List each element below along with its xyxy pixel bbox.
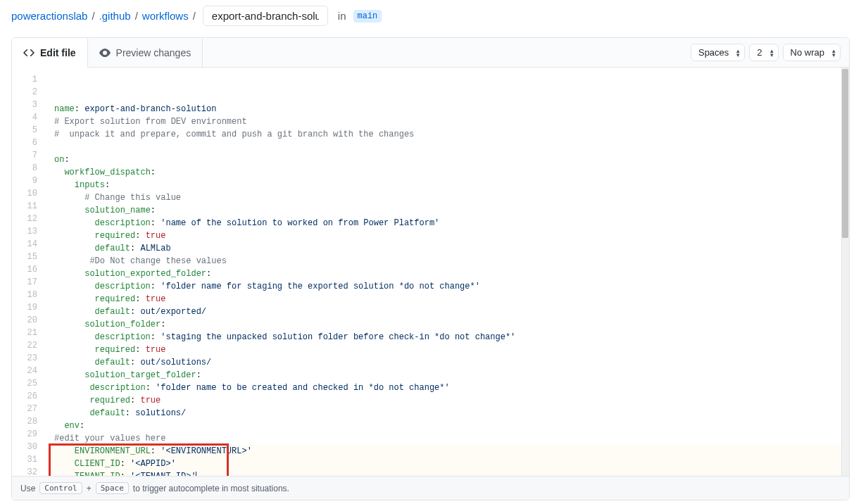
indent-mode-select[interactable]: Spaces ▴▾	[691, 44, 745, 61]
line-number: 17	[12, 276, 46, 289]
code-line[interactable]: description: 'staging the unpacked solut…	[46, 331, 849, 344]
line-numbers-gutter: 1234567891011121314151617181920212223242…	[12, 68, 46, 476]
breadcrumb-sep: /	[193, 10, 196, 22]
line-number: 27	[12, 403, 46, 415]
code-line[interactable]: env:	[46, 420, 849, 432]
in-label: in	[338, 10, 346, 22]
tab-preview-changes[interactable]: Preview changes	[88, 39, 203, 67]
line-number: 7	[12, 149, 46, 162]
breadcrumb-sep: /	[135, 10, 138, 22]
branch-badge: main	[353, 10, 382, 23]
line-number: 8	[12, 162, 46, 175]
code-line[interactable]: workflow_dispatch:	[46, 166, 849, 179]
line-number: 11	[12, 200, 46, 213]
toolbar-right: Spaces ▴▾ 2 ▴▾ No wrap ▴▾	[682, 38, 849, 67]
line-number: 24	[12, 365, 46, 377]
code-line[interactable]: CLIENT_ID: '<APPID>'	[46, 458, 849, 470]
footer-rest: to trigger autocomplete in most situatio…	[133, 484, 289, 493]
line-number: 3	[12, 99, 46, 111]
line-number: 9	[12, 175, 46, 187]
code-line[interactable]: default: ALMLab	[46, 242, 849, 255]
line-number: 22	[12, 339, 46, 352]
line-number: 19	[12, 301, 46, 314]
line-number: 5	[12, 124, 46, 137]
chevron-up-down-icon: ▴▾	[770, 49, 774, 57]
code-editor[interactable]: name: export-and-branch-solution# Export…	[46, 68, 849, 476]
line-number: 23	[12, 352, 46, 365]
line-number: 1	[12, 73, 46, 86]
code-line[interactable]: required: true	[46, 394, 849, 407]
line-number: 21	[12, 327, 46, 339]
line-number: 30	[12, 441, 46, 453]
code-line[interactable]: inputs:	[46, 179, 849, 191]
line-number: 16	[12, 263, 46, 276]
code-line[interactable]: required: true	[46, 344, 849, 356]
tab-edit-file-label: Edit file	[40, 47, 76, 58]
code-line[interactable]: ENVIRONMENT_URL: '<ENVIRONMENTURL>'	[46, 445, 849, 458]
scrollbar-vertical[interactable]	[841, 68, 849, 476]
eye-icon	[99, 47, 111, 58]
code-line[interactable]: default: out/solutions/	[46, 356, 849, 369]
code-line[interactable]: solution_name:	[46, 204, 849, 217]
code-line[interactable]: on:	[46, 153, 849, 166]
code-line[interactable]: # Change this value	[46, 191, 849, 204]
line-number: 26	[12, 390, 46, 403]
code-line[interactable]: #Do Not change these values	[46, 255, 849, 267]
editor-body: 1234567891011121314151617181920212223242…	[12, 68, 849, 476]
chevron-up-down-icon: ▴▾	[832, 49, 836, 57]
code-line[interactable]: description: 'name of the solution to wo…	[46, 217, 849, 229]
editor-card: Edit file Preview changes Spaces ▴▾ 2 ▴▾…	[11, 37, 850, 500]
code-line[interactable]: default: out/exported/	[46, 305, 849, 318]
line-number: 25	[12, 377, 46, 390]
indent-size-value: 2	[757, 47, 762, 58]
code-line[interactable]: required: true	[46, 293, 849, 305]
code-line[interactable]: #edit your values here	[46, 432, 849, 445]
indent-mode-value: Spaces	[698, 47, 729, 58]
code-line[interactable]: solution_folder:	[46, 318, 849, 331]
code-line[interactable]: default: solutions/	[46, 407, 849, 420]
tab-edit-file[interactable]: Edit file	[12, 39, 88, 68]
line-number: 6	[12, 137, 46, 149]
code-line[interactable]: # Export solution from DEV environment	[46, 115, 849, 128]
line-number: 12	[12, 213, 46, 225]
line-number: 20	[12, 314, 46, 327]
code-line[interactable]	[46, 141, 849, 153]
footer-use: Use	[20, 484, 35, 493]
indent-size-select[interactable]: 2 ▴▾	[749, 44, 778, 61]
code-line[interactable]: solution_exported_folder:	[46, 267, 849, 280]
line-number: 13	[12, 225, 46, 238]
code-line[interactable]: TENANT_ID: '<TENANT ID>'	[46, 470, 849, 476]
code-line[interactable]: description: 'folder name for staging th…	[46, 280, 849, 293]
kbd-space: Space	[96, 482, 129, 494]
filename-input[interactable]	[203, 6, 328, 26]
breadcrumb-path2-link[interactable]: workflows	[142, 10, 189, 22]
line-number: 29	[12, 428, 46, 441]
code-line[interactable]: solution_target_folder:	[46, 369, 849, 382]
code-line[interactable]: description: 'folder name to be created …	[46, 382, 849, 394]
line-number: 10	[12, 187, 46, 200]
kbd-control: Control	[39, 482, 82, 494]
code-line[interactable]: name: export-and-branch-solution	[46, 103, 849, 115]
line-number: 18	[12, 289, 46, 301]
chevron-up-down-icon: ▴▾	[736, 49, 740, 57]
footer-plus: +	[87, 484, 92, 493]
breadcrumb-path1-link[interactable]: .github	[99, 10, 131, 22]
breadcrumb-repo-link[interactable]: poweractionslab	[11, 10, 87, 22]
wrap-mode-select[interactable]: No wrap ▴▾	[783, 44, 841, 61]
scrollbar-thumb[interactable]	[842, 69, 848, 238]
line-number: 32	[12, 466, 46, 479]
tab-preview-changes-label: Preview changes	[116, 47, 191, 58]
line-number: 15	[12, 251, 46, 263]
code-line[interactable]: required: true	[46, 229, 849, 242]
wrap-mode-value: No wrap	[791, 47, 824, 58]
code-line[interactable]: # unpack it and prepare, commit and push…	[46, 128, 849, 141]
line-number: 31	[12, 453, 46, 466]
breadcrumb-sep: /	[92, 10, 94, 22]
line-number: 2	[12, 86, 46, 99]
footer-hint: Use Control + Space to trigger autocompl…	[12, 476, 849, 500]
line-number: 28	[12, 415, 46, 428]
code-icon	[23, 47, 34, 58]
tabnav: Edit file Preview changes Spaces ▴▾ 2 ▴▾…	[12, 38, 849, 68]
line-number: 14	[12, 238, 46, 251]
line-number: 4	[12, 111, 46, 124]
